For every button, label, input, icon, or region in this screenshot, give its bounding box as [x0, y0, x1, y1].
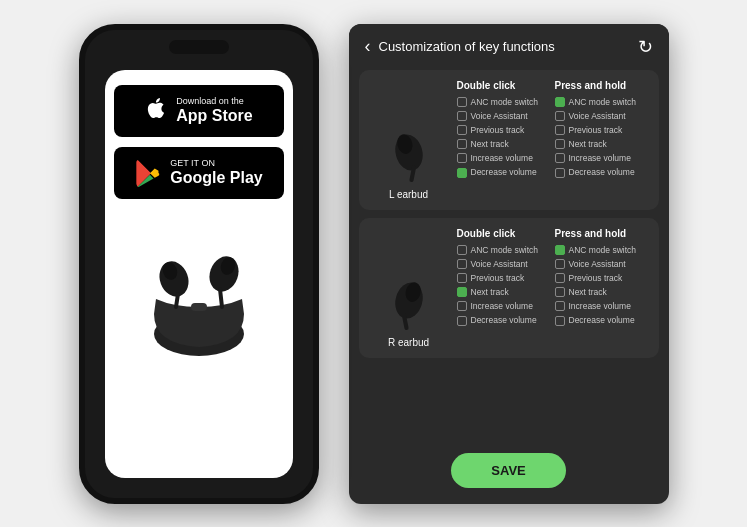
left-dc-label-3: Next track	[471, 139, 509, 149]
right-ph-checkbox-5[interactable]	[555, 316, 565, 326]
right-earbud-image-area: R earbud	[369, 228, 449, 348]
left-ph-label-3: Next track	[569, 139, 607, 149]
right-dc-label-5: Decrease volume	[471, 315, 537, 325]
right-dc-checkbox-3[interactable]	[457, 287, 467, 297]
left-ph-item-5: Decrease volume	[555, 167, 649, 177]
left-ph-checkbox-3[interactable]	[555, 139, 565, 149]
right-dc-checkbox-1[interactable]	[457, 259, 467, 269]
right-ph-item-2: Previous track	[555, 273, 649, 283]
left-dc-item-0: ANC mode switch	[457, 97, 551, 107]
left-ph-checkbox-0[interactable]	[555, 97, 565, 107]
left-press-hold-column: Press and hold ANC mode switch Voice Ass…	[555, 80, 649, 200]
left-ph-checkbox-1[interactable]	[555, 111, 565, 121]
right-ph-item-0: ANC mode switch	[555, 245, 649, 255]
right-ph-checkbox-3[interactable]	[555, 287, 565, 297]
back-button[interactable]: ‹	[365, 36, 371, 57]
svg-line-10	[411, 167, 414, 180]
left-dc-label-5: Decrease volume	[471, 167, 537, 177]
right-double-click-column: Double click ANC mode switch Voice Assis…	[457, 228, 551, 348]
right-dc-label-3: Next track	[471, 287, 509, 297]
panel-header-left: ‹ Customization of key functions	[365, 36, 555, 57]
right-ph-label-0: ANC mode switch	[569, 245, 637, 255]
right-ph-label-4: Increase volume	[569, 301, 631, 311]
appstore-small-text: Download on the	[176, 96, 244, 107]
right-ph-checkbox-2[interactable]	[555, 273, 565, 283]
left-ph-item-2: Previous track	[555, 125, 649, 135]
left-dc-label-0: ANC mode switch	[471, 97, 539, 107]
left-ph-item-3: Next track	[555, 139, 649, 149]
save-button-container: SAVE	[349, 443, 669, 488]
appstore-text-group: Download on the App Store	[176, 96, 252, 126]
right-ph-checkbox-4[interactable]	[555, 301, 565, 311]
left-ph-item-1: Voice Assistant	[555, 111, 649, 121]
left-dc-item-4: Increase volume	[457, 153, 551, 163]
left-ph-label-1: Voice Assistant	[569, 111, 626, 121]
left-ph-checkbox-2[interactable]	[555, 125, 565, 135]
left-earbud-svg	[384, 125, 434, 185]
left-dc-item-1: Voice Assistant	[457, 111, 551, 121]
googleplay-large-text: Google Play	[170, 168, 262, 187]
right-ph-label-5: Decrease volume	[569, 315, 635, 325]
right-dc-item-2: Previous track	[457, 273, 551, 283]
right-ph-label-2: Previous track	[569, 273, 623, 283]
svg-line-3	[176, 294, 178, 307]
right-earbud-controls: Double click ANC mode switch Voice Assis…	[457, 228, 649, 348]
right-dc-item-5: Decrease volume	[457, 315, 551, 325]
left-earbud-image-area: L earbud	[369, 80, 449, 200]
left-dc-item-5: Decrease volume	[457, 167, 551, 177]
save-button[interactable]: SAVE	[451, 453, 565, 488]
left-dc-checkbox-5[interactable]	[457, 168, 467, 178]
left-dc-label-2: Previous track	[471, 125, 525, 135]
app-panel: ‹ Customization of key functions ↻ L ear…	[349, 24, 669, 504]
right-dc-item-0: ANC mode switch	[457, 245, 551, 255]
phone-mockup: Download on the App Store GET IT ON Goog…	[79, 24, 319, 504]
right-earbud-svg	[384, 273, 434, 333]
appstore-large-text: App Store	[176, 106, 252, 125]
right-dc-item-4: Increase volume	[457, 301, 551, 311]
refresh-button[interactable]: ↻	[638, 36, 653, 58]
right-dc-checkbox-5[interactable]	[457, 316, 467, 326]
right-ph-checkbox-0[interactable]	[555, 245, 565, 255]
left-double-click-column: Double click ANC mode switch Voice Assis…	[457, 80, 551, 200]
right-earbud-section: R earbud Double click ANC mode switch Vo…	[359, 218, 659, 358]
left-dc-checkbox-1[interactable]	[457, 111, 467, 121]
right-dc-label-0: ANC mode switch	[471, 245, 539, 255]
left-ph-item-4: Increase volume	[555, 153, 649, 163]
google-play-icon	[134, 159, 162, 187]
right-ph-checkbox-1[interactable]	[555, 259, 565, 269]
left-ph-label-0: ANC mode switch	[569, 97, 637, 107]
main-container: Download on the App Store GET IT ON Goog…	[0, 0, 747, 527]
right-dc-checkbox-0[interactable]	[457, 245, 467, 255]
right-dc-label-4: Increase volume	[471, 301, 533, 311]
panel-header: ‹ Customization of key functions ↻	[349, 24, 669, 70]
svg-rect-7	[191, 303, 207, 311]
phone-screen: Download on the App Store GET IT ON Goog…	[105, 70, 293, 478]
left-dc-label-4: Increase volume	[471, 153, 533, 163]
right-dc-label-1: Voice Assistant	[471, 259, 528, 269]
google-play-button[interactable]: GET IT ON Google Play	[114, 147, 284, 199]
right-dc-checkbox-2[interactable]	[457, 273, 467, 283]
right-earbud-label: R earbud	[388, 337, 429, 348]
left-press-hold-header: Press and hold	[555, 80, 649, 91]
left-ph-item-0: ANC mode switch	[555, 97, 649, 107]
left-ph-checkbox-5[interactable]	[555, 168, 565, 178]
phone-earbuds-svg	[134, 229, 264, 359]
left-dc-checkbox-4[interactable]	[457, 153, 467, 163]
left-ph-checkbox-4[interactable]	[555, 153, 565, 163]
app-store-button[interactable]: Download on the App Store	[114, 85, 284, 137]
left-dc-checkbox-3[interactable]	[457, 139, 467, 149]
left-double-click-header: Double click	[457, 80, 551, 91]
left-dc-item-3: Next track	[457, 139, 551, 149]
left-dc-checkbox-2[interactable]	[457, 125, 467, 135]
right-dc-checkbox-4[interactable]	[457, 301, 467, 311]
right-dc-item-3: Next track	[457, 287, 551, 297]
right-ph-label-3: Next track	[569, 287, 607, 297]
left-dc-checkbox-0[interactable]	[457, 97, 467, 107]
left-ph-label-4: Increase volume	[569, 153, 631, 163]
apple-icon	[144, 96, 168, 126]
right-double-click-header: Double click	[457, 228, 551, 239]
phone-notch	[169, 40, 229, 54]
panel-title: Customization of key functions	[379, 39, 555, 54]
googleplay-text-group: GET IT ON Google Play	[170, 158, 262, 188]
googleplay-small-text: GET IT ON	[170, 158, 215, 169]
